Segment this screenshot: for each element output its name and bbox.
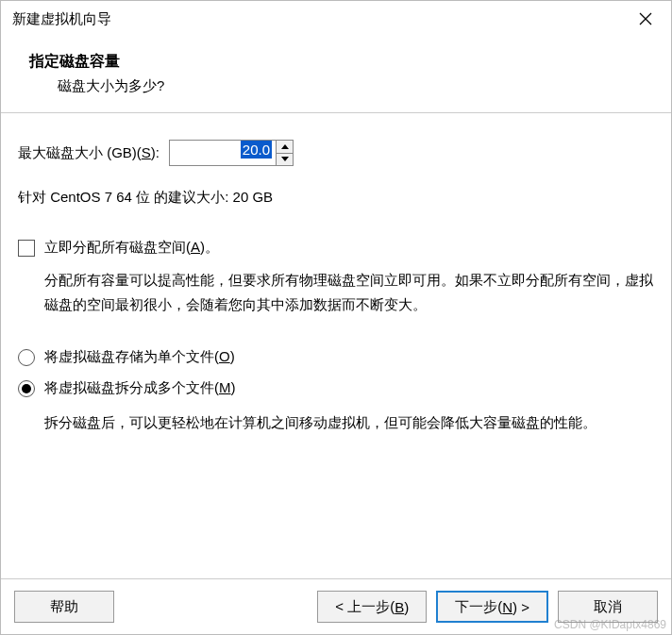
- wizard-window: 新建虚拟机向导 指定磁盘容量 磁盘大小为多少? 最大磁盘大小 (GB)(S): …: [0, 0, 672, 635]
- disk-size-spinner[interactable]: 20.0: [169, 140, 294, 166]
- chevron-down-icon: [281, 157, 289, 161]
- multi-file-label: 将虚拟磁盘拆分成多个文件(M): [44, 379, 236, 397]
- spinner-buttons: [276, 141, 293, 165]
- titlebar: 新建虚拟机向导: [1, 1, 671, 37]
- single-file-row: 将虚拟磁盘存储为单个文件(O): [18, 348, 654, 366]
- multi-file-description: 拆分磁盘后，可以更轻松地在计算机之间移动虚拟机，但可能会降低大容量磁盘的性能。: [18, 410, 654, 435]
- spinner-up-button[interactable]: [277, 141, 293, 154]
- header-panel: 指定磁盘容量 磁盘大小为多少?: [1, 37, 671, 113]
- page-title: 指定磁盘容量: [29, 52, 643, 72]
- svg-marker-2: [281, 144, 289, 149]
- allocate-now-label: 立即分配所有磁盘空间(A)。: [44, 239, 219, 257]
- disk-size-label: 最大磁盘大小 (GB)(S):: [18, 144, 160, 162]
- svg-marker-3: [281, 157, 289, 161]
- back-button[interactable]: < 上一步(B): [317, 591, 427, 623]
- content-area: 最大磁盘大小 (GB)(S): 20.0 针对 CentOS 7 64 位 的建…: [1, 113, 671, 578]
- allocate-now-checkbox[interactable]: [18, 240, 35, 257]
- window-title: 新建虚拟机向导: [12, 10, 631, 28]
- disk-size-row: 最大磁盘大小 (GB)(S): 20.0: [18, 140, 654, 166]
- allocate-now-row: 立即分配所有磁盘空间(A)。: [18, 239, 654, 257]
- help-button[interactable]: 帮助: [14, 591, 114, 623]
- allocate-now-description: 分配所有容量可以提高性能，但要求所有物理磁盘空间立即可用。如果不立即分配所有空间…: [18, 268, 654, 316]
- close-icon: [639, 12, 652, 25]
- recommended-size-text: 针对 CentOS 7 64 位 的建议大小: 20 GB: [18, 189, 654, 207]
- next-button[interactable]: 下一步(N) >: [436, 591, 548, 623]
- multi-file-radio[interactable]: [18, 380, 35, 397]
- page-subtitle: 磁盘大小为多少?: [29, 77, 643, 95]
- spinner-down-button[interactable]: [277, 154, 293, 166]
- watermark: CSDN @KIDaptx4869: [554, 618, 666, 631]
- single-file-radio[interactable]: [18, 349, 35, 366]
- single-file-label: 将虚拟磁盘存储为单个文件(O): [44, 348, 235, 366]
- disk-size-value: 20.0: [241, 141, 272, 159]
- chevron-up-icon: [281, 144, 289, 149]
- close-button[interactable]: [631, 5, 660, 33]
- multi-file-row: 将虚拟磁盘拆分成多个文件(M): [18, 379, 654, 397]
- disk-size-input[interactable]: 20.0: [170, 141, 276, 165]
